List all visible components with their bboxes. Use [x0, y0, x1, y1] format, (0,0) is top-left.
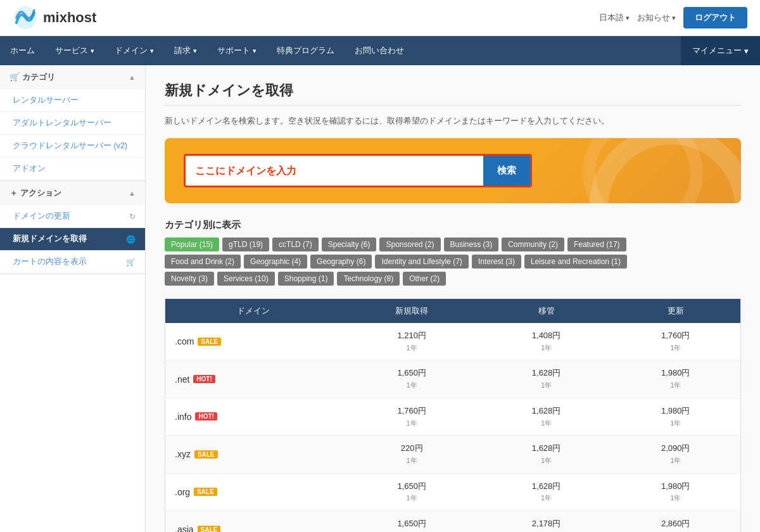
tag-services[interactable]: Services (10)	[217, 272, 275, 286]
sidebar-item-domain-renew[interactable]: ドメインの更新 ↻	[0, 205, 145, 228]
tag-gtld[interactable]: gTLD (19)	[222, 238, 269, 251]
tag-novelty[interactable]: Novelty (3)	[165, 272, 214, 286]
transfer-price-period: 1年	[491, 493, 602, 504]
tag-sponsored[interactable]: Sponsored (2)	[379, 238, 440, 251]
domain-name-cell: .asia SALE	[165, 510, 342, 532]
tag-popular[interactable]: Popular (15)	[165, 238, 219, 251]
nav-domain[interactable]: ドメイン ▾	[104, 36, 164, 65]
cart-label: カートの内容を表示	[13, 256, 87, 267]
renew-price-amount: 1,980円	[620, 405, 731, 418]
adult-label: アダルトレンタルサーバー	[13, 118, 111, 129]
domain-search-input[interactable]	[186, 158, 483, 184]
domain-renew-label: ドメインの更新	[13, 211, 70, 222]
action-chevron: ▲	[129, 189, 136, 197]
new-price-period: 1年	[352, 455, 472, 467]
search-button[interactable]: 検索	[483, 156, 530, 186]
domain-name-cell: .net HOT!	[165, 360, 342, 398]
renew-price-amount: 2,090円	[620, 442, 731, 455]
col-transfer: 移管	[482, 299, 611, 324]
table-row: .info HOT! 1,760円 1年 1,628円 1年 1,980円 1年	[165, 398, 741, 435]
new-price-period: 1年	[352, 380, 472, 391]
tag-identity[interactable]: Identity and Lifestyle (7)	[375, 255, 468, 269]
transfer-price-cell: 1,408円 1年	[482, 323, 611, 360]
logout-button[interactable]: ログアウト	[683, 7, 747, 28]
nav-contact[interactable]: お問い合わせ	[345, 36, 414, 65]
transfer-price-period: 1年	[491, 343, 602, 354]
renew-price-period: 1年	[620, 418, 731, 429]
new-price-period: 1年	[352, 418, 472, 429]
tag-specialty[interactable]: Specialty (6)	[322, 238, 377, 251]
renew-price-cell: 2,090円 1年	[611, 436, 740, 473]
new-price-cell: 1,650円 1年	[342, 473, 482, 510]
tag-geography[interactable]: Geography (6)	[310, 255, 372, 269]
nav-bar: ホーム サービス ▾ ドメイン ▾ 請求 ▾ サポート ▾ 特典プログラム お問…	[0, 36, 760, 65]
sidebar-item-cloud[interactable]: クラウドレンタルサーバー (v2)	[0, 135, 145, 158]
sidebar-item-cart[interactable]: カートの内容を表示 🛒	[0, 251, 145, 274]
transfer-price-amount: 1,408円	[491, 329, 602, 343]
nav-spacer	[414, 36, 681, 65]
page-divider	[165, 105, 741, 106]
new-price-period: 1年	[352, 343, 472, 354]
nav-billing[interactable]: 請求 ▾	[164, 36, 207, 65]
tag-technology[interactable]: Technology (8)	[337, 272, 400, 286]
tag-cctld[interactable]: ccTLD (7)	[272, 238, 319, 251]
language-button[interactable]: 日本語	[599, 12, 630, 23]
domain-name-cell: .org SALE	[165, 473, 342, 510]
tag-business[interactable]: Business (3)	[444, 238, 499, 251]
tag-featured[interactable]: Featured (17)	[567, 238, 626, 251]
col-new: 新規取得	[342, 299, 482, 324]
domain-badge: SALE	[198, 526, 221, 532]
transfer-price-period: 1年	[491, 418, 602, 429]
top-header-right: 日本語 お知らせ ログアウト	[599, 7, 747, 28]
new-price-amount: 1,650円	[352, 517, 472, 531]
support-arrow: ▾	[253, 47, 256, 55]
renew-price-amount: 1,760円	[620, 329, 731, 343]
domain-extension: .org	[175, 487, 190, 497]
refresh-icon: ↻	[129, 212, 136, 221]
nav-home[interactable]: ホーム	[0, 36, 45, 65]
col-renew: 更新	[611, 299, 740, 324]
domain-badge: HOT!	[195, 412, 217, 421]
transfer-price-period: 1年	[491, 380, 602, 391]
sidebar-item-adult[interactable]: アダルトレンタルサーバー	[0, 112, 145, 135]
table-row: .org SALE 1,650円 1年 1,628円 1年 1,980円 1年	[165, 473, 741, 510]
renew-price-cell: 2,860円 1年	[611, 510, 740, 532]
cloud-label: クラウドレンタルサーバー (v2)	[13, 141, 127, 151]
sidebar-item-new-domain[interactable]: 新規ドメインを取得 🌐	[0, 228, 145, 251]
nav-support[interactable]: サポート ▾	[207, 36, 267, 65]
renew-price-period: 1年	[620, 455, 731, 467]
logo-text: mixhost	[43, 10, 96, 26]
new-price-cell: 1,650円 1年	[342, 360, 482, 398]
my-menu-arrow: ▾	[744, 46, 749, 56]
notice-button[interactable]: お知らせ	[637, 12, 676, 23]
sidebar-item-addon[interactable]: アドオン	[0, 158, 145, 180]
nav-benefits[interactable]: 特典プログラム	[267, 36, 345, 65]
nav-service[interactable]: サービス ▾	[45, 36, 104, 65]
new-price-cell: 1,210円 1年	[342, 323, 482, 360]
main-layout: 🛒 カテゴリ ▲ レンタルサーバー アダルトレンタルサーバー クラウドレンタルサ…	[0, 65, 760, 532]
category-label: 🛒 カテゴリ	[10, 72, 55, 83]
domain-badge: SALE	[198, 338, 221, 346]
tag-food[interactable]: Food and Drink (2)	[165, 255, 241, 269]
transfer-price-amount: 1,628円	[491, 442, 602, 455]
category-chevron: ▲	[129, 73, 136, 81]
transfer-price-cell: 1,628円 1年	[482, 473, 611, 510]
tag-shopping[interactable]: Shopping (1)	[278, 272, 334, 286]
tag-other[interactable]: Other (2)	[403, 272, 446, 286]
sidebar-item-rental[interactable]: レンタルサーバー	[0, 89, 145, 112]
tag-geographic[interactable]: Geographic (4)	[244, 255, 307, 269]
transfer-price-cell: 1,628円 1年	[482, 360, 611, 398]
tag-community[interactable]: Community (2)	[502, 238, 564, 251]
transfer-price-period: 1年	[491, 455, 602, 467]
tag-interest[interactable]: Interest (3)	[472, 255, 521, 269]
transfer-price-amount: 2,178円	[491, 517, 602, 531]
tag-leisure[interactable]: Leisure and Recreation (1)	[524, 255, 627, 269]
new-price-cell: 1,760円 1年	[342, 398, 482, 435]
renew-price-amount: 2,860円	[620, 517, 731, 531]
globe-icon: 🌐	[126, 235, 136, 244]
nav-my-menu[interactable]: マイメニュー ▾	[681, 36, 760, 65]
renew-price-period: 1年	[620, 380, 731, 391]
domain-name-cell: .com SALE	[165, 323, 342, 360]
action-label: ＋ アクション	[10, 187, 61, 199]
new-price-cell: 220円 1年	[342, 436, 482, 473]
